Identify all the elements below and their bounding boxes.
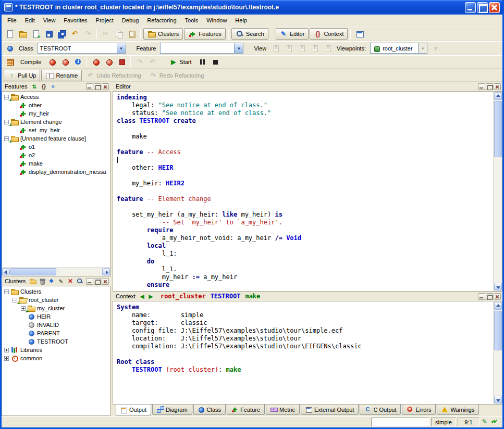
start-button[interactable]: ▶Start (166, 56, 195, 68)
compile-button[interactable]: Compile (17, 56, 45, 68)
menu-item-view[interactable]: View (39, 16, 60, 25)
breadcrumb-make[interactable]: make (245, 293, 260, 300)
breadcrumb-testroot[interactable]: TESTROOT (211, 293, 241, 300)
pause-button[interactable] (196, 56, 208, 68)
breadcrumb-root-cluster[interactable]: root_cluster (161, 293, 206, 300)
scroll-up-button[interactable] (494, 92, 502, 100)
freeze-button[interactable] (90, 56, 102, 68)
search-button[interactable] (75, 277, 84, 285)
delete-button[interactable] (66, 277, 75, 285)
stop-button[interactable] (210, 56, 222, 68)
features-button[interactable]: Features (184, 28, 225, 40)
scroll-right-button[interactable] (102, 268, 110, 275)
feature-item-make[interactable]: make (2, 159, 110, 168)
cluster-item-heir[interactable]: HEIR (2, 312, 110, 321)
save-button[interactable] (43, 28, 55, 40)
features-restore-button[interactable] (94, 83, 101, 90)
feature-item-o2[interactable]: o2 (2, 151, 110, 159)
clusters-button[interactable]: Clusters (143, 28, 183, 40)
cluster-item-root-cluster[interactable]: +root_cluster (2, 296, 110, 304)
features-minimize-button[interactable] (86, 83, 93, 90)
tab-errors[interactable]: Errors (402, 405, 436, 415)
scroll-thumb[interactable] (10, 268, 56, 275)
compile-mode-button[interactable] (4, 56, 16, 68)
feature-combobox[interactable]: ▾ (160, 43, 243, 54)
scroll-left-button[interactable] (2, 268, 10, 275)
tab-warnings[interactable]: Warnings (437, 405, 479, 415)
cluster-item-common[interactable]: common (2, 354, 110, 362)
new-editor-window-button[interactable] (30, 28, 42, 40)
sort-features-button[interactable]: ⇅ (30, 83, 39, 91)
cluster-item-testroot[interactable]: TESTROOT (2, 337, 110, 346)
minimize-button[interactable] (465, 2, 476, 13)
editor-minimize-button[interactable] (478, 83, 485, 90)
scroll-down-button[interactable] (494, 283, 502, 291)
navigate-forward-icon[interactable]: ▶ (147, 293, 155, 300)
chevron-down-icon[interactable]: ▾ (234, 43, 243, 53)
tab-output[interactable]: Output (116, 405, 151, 415)
menu-item-window[interactable]: Window (202, 16, 231, 25)
finalize-button[interactable] (103, 56, 115, 68)
feature-item-access[interactable]: +Access (2, 93, 110, 101)
clusters-close-button[interactable] (102, 278, 109, 285)
class-combobox[interactable]: TESTROOT▾ (38, 43, 126, 54)
feature-clauses-button[interactable]: ≡ (48, 83, 57, 91)
clusters-minimize-button[interactable] (86, 278, 93, 285)
features-horizontal-scrollbar[interactable] (2, 268, 110, 276)
menu-item-file[interactable]: File (3, 16, 21, 25)
menu-item-edit[interactable]: Edit (21, 16, 39, 25)
feature-item-display-demonstration-messa[interactable]: display_demonstration_messa (2, 168, 110, 176)
editor-close-button[interactable] (494, 83, 501, 90)
cluster-item-libraries[interactable]: Libraries (2, 346, 110, 354)
feature-item-unnamed-feature-clause[interactable]: +[Unnamed feature clause] (2, 134, 110, 143)
diamond-button[interactable] (47, 277, 56, 285)
expand-toggle[interactable] (4, 348, 9, 352)
cluster-item-my-cluster[interactable]: +my_cluster (2, 304, 110, 312)
context-close-button[interactable] (494, 293, 501, 300)
tab-diagram[interactable]: Diagram (152, 405, 192, 415)
open-document-button[interactable] (17, 28, 29, 40)
feature-item-o1[interactable]: o1 (2, 143, 110, 151)
new-document-button[interactable] (4, 28, 16, 40)
menu-item-tools[interactable]: Tools (181, 16, 203, 25)
clusters-restore-button[interactable] (94, 278, 101, 285)
menu-item-debug[interactable]: Debug (118, 16, 143, 25)
cluster-item-clusters[interactable]: Clusters (2, 287, 110, 296)
menu-item-refactoring[interactable]: Refactoring (143, 16, 180, 25)
viewpoints-combobox[interactable]: root_cluster▾ (370, 43, 427, 54)
expand-toggle[interactable] (4, 136, 9, 141)
expand-toggle[interactable] (21, 306, 26, 311)
context-output[interactable]: System name: simple target: classic conf… (113, 301, 502, 374)
feature-item-set-my-heir[interactable]: set_my_heir (2, 126, 110, 134)
melt-button[interactable] (46, 56, 58, 68)
context-vertical-scrollbar[interactable] (493, 301, 502, 404)
tab-class[interactable]: Class (193, 405, 226, 415)
menu-item-project[interactable]: Project (92, 16, 118, 25)
feature-item-other[interactable]: other (2, 101, 110, 109)
scroll-down-button[interactable] (494, 396, 502, 403)
class-tool-button[interactable] (4, 43, 16, 54)
expand-toggle[interactable] (4, 356, 9, 361)
editor-button[interactable]: ✎Editor (276, 28, 309, 40)
context-minimize-button[interactable] (478, 293, 485, 300)
editor-vertical-scrollbar[interactable] (493, 92, 502, 291)
expand-toggle[interactable] (4, 289, 9, 294)
context-button[interactable]: {}Context (310, 28, 348, 40)
new-cluster-button[interactable] (28, 277, 37, 285)
save-all-button[interactable] (56, 28, 68, 40)
cluster-item-invalid[interactable]: INVALID (2, 321, 110, 329)
search-button[interactable]: Search (231, 28, 268, 40)
features-close-button[interactable] (102, 83, 109, 90)
scroll-thumb[interactable] (494, 311, 502, 350)
context-restore-button[interactable] (486, 293, 493, 300)
menu-item-help[interactable]: Help (231, 16, 251, 25)
compile-info-button[interactable] (72, 56, 84, 68)
editor-restore-button[interactable] (486, 83, 493, 90)
quick-melt-button[interactable] (59, 56, 71, 68)
editor-code[interactable]: indexing legal: "See notice at end of cl… (113, 92, 502, 289)
trash-button[interactable] (38, 277, 46, 285)
tab-metric[interactable]: Metric (266, 405, 300, 415)
cluster-item-parent[interactable]: PARENT (2, 329, 110, 337)
edit-button[interactable]: ✎ (56, 277, 65, 285)
menu-item-favorites[interactable]: Favorites (59, 16, 91, 25)
